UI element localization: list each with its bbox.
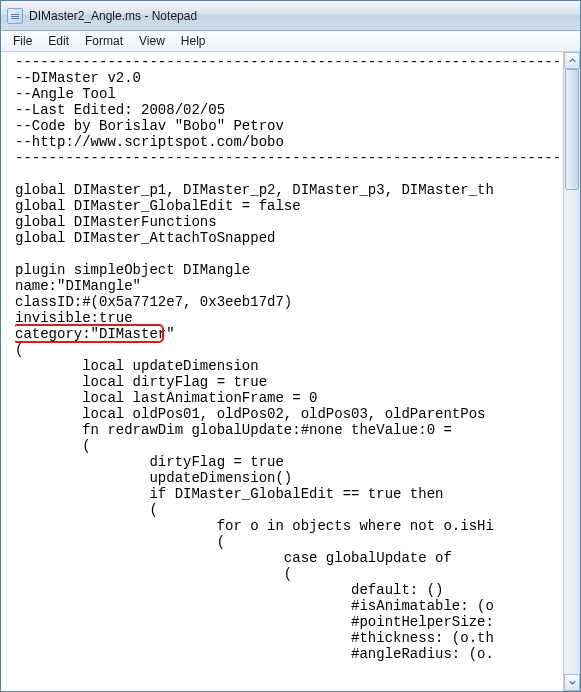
vertical-scrollbar[interactable]	[563, 52, 580, 691]
window-title: DIMaster2_Angle.ms - Notepad	[29, 9, 197, 23]
scroll-down-button[interactable]	[564, 674, 580, 691]
editor-area: ----------------------------------------…	[1, 52, 580, 691]
titlebar[interactable]: DIMaster2_Angle.ms - Notepad	[1, 1, 580, 31]
left-gutter	[1, 52, 15, 691]
menu-view[interactable]: View	[131, 32, 173, 50]
chevron-down-icon	[569, 679, 576, 686]
scroll-track[interactable]	[564, 69, 580, 674]
notepad-icon	[7, 8, 23, 24]
notepad-window: DIMaster2_Angle.ms - Notepad File Edit F…	[0, 0, 581, 692]
menu-format[interactable]: Format	[77, 32, 131, 50]
menu-help[interactable]: Help	[173, 32, 214, 50]
menubar: File Edit Format View Help	[1, 31, 580, 52]
chevron-up-icon	[569, 57, 576, 64]
text-editor[interactable]: ----------------------------------------…	[15, 52, 563, 691]
scroll-thumb[interactable]	[565, 69, 579, 190]
scroll-up-button[interactable]	[564, 52, 580, 69]
code-content[interactable]: ----------------------------------------…	[15, 54, 563, 662]
menu-file[interactable]: File	[5, 32, 40, 50]
menu-edit[interactable]: Edit	[40, 32, 77, 50]
